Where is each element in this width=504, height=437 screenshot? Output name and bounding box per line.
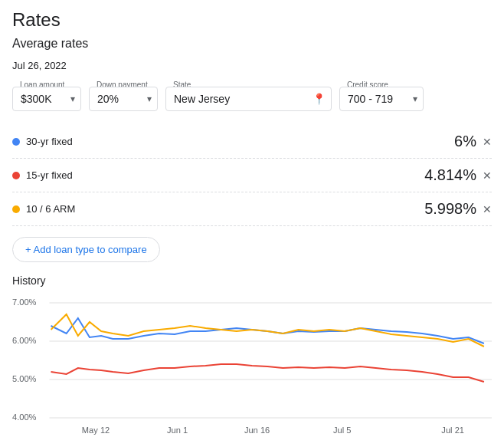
x-label-jul5: Jul 5 [333,426,351,435]
down-payment-select[interactable]: 20% 10% 5% [89,87,158,111]
y-label-7: 7.00% [12,297,37,307]
loan-row: 30-yr fixed 6% ✕ [12,125,492,159]
loan-row: 15-yr fixed 4.814% ✕ [12,159,492,192]
loan-dot [12,172,20,179]
x-label-jun1: Jun 1 [167,426,188,435]
page-subtitle: Average rates [12,37,492,51]
loan-rate: 6% [454,133,476,150]
history-chart: 7.00% 6.00% 5.00% 4.00% May 12 Jun 1 Jun… [12,291,492,437]
chart-svg: 7.00% 6.00% 5.00% 4.00% May 12 Jun 1 Jun… [12,291,492,437]
loan-row: 10 / 6 ARM 5.998% ✕ [12,192,492,226]
loan-name: 30-yr fixed [26,136,454,147]
credit-score-select[interactable]: 700 - 719 720 - 739 740+ [339,87,424,111]
loan-amount-select[interactable]: $300K $400K $500K [12,87,81,111]
loan-dot [12,138,20,146]
page-title: Rates [12,9,492,31]
y-label-5: 5.00% [12,374,37,383]
credit-score-filter: Credit score 700 - 719 720 - 739 740+ ▾ [339,87,424,111]
y-label-6: 6.00% [12,336,37,345]
history-label: History [12,274,492,287]
yellow-line [51,314,483,347]
state-input[interactable] [165,87,332,111]
close-icon[interactable]: ✕ [483,136,492,148]
date-label: Jul 26, 2022 [12,60,492,71]
x-label-jun16: Jun 16 [244,426,270,435]
close-icon[interactable]: ✕ [483,169,492,182]
down-payment-filter: Down payment 20% 10% 5% ▾ [89,87,158,111]
loan-amount-filter: Loan amount $300K $400K $500K ▾ [12,87,81,111]
y-label-4: 4.00% [12,412,37,422]
x-label-may12: May 12 [82,426,110,435]
state-filter: State 📍 [165,87,332,111]
loan-rows-container: 30-yr fixed 6% ✕ 15-yr fixed 4.814% ✕ 10… [12,125,492,226]
x-label-jul21: Jul 21 [441,426,464,435]
loan-dot [12,205,20,213]
loan-rate: 5.998% [424,200,476,218]
state-input-wrapper: 📍 [165,87,332,111]
close-icon[interactable]: ✕ [483,203,492,215]
filters-container: Loan amount $300K $400K $500K ▾ Down pay… [12,79,492,111]
loan-rate: 4.814% [424,166,476,184]
add-loan-type-button[interactable]: + Add loan type to compare [12,237,160,262]
loan-name: 15-yr fixed [26,169,424,181]
loan-name: 10 / 6 ARM [26,203,424,215]
